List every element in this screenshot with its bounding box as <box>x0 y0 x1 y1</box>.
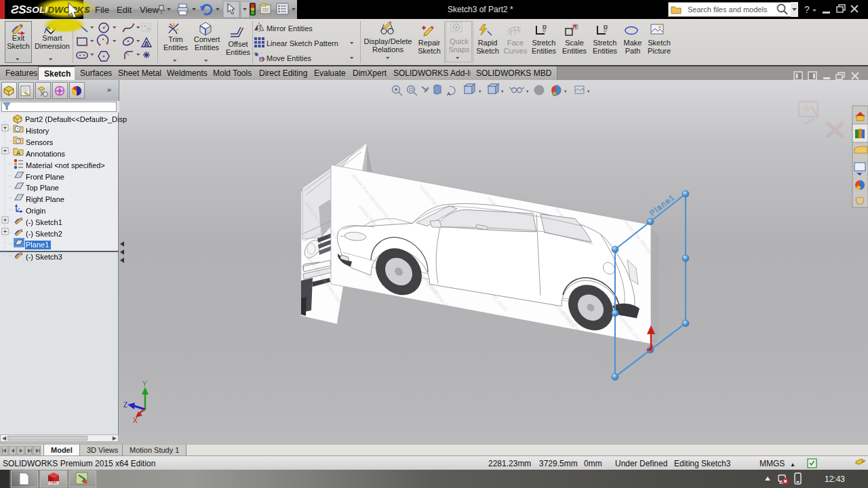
svg-text:SOLIDWORKS: SOLIDWORKS <box>26 5 90 15</box>
svg-text:A: A <box>16 150 21 157</box>
svg-text:?: ? <box>804 4 810 15</box>
svg-text:▾: ▾ <box>501 89 504 94</box>
svg-text:▾: ▾ <box>587 89 590 94</box>
svg-text:2015: 2015 <box>48 481 59 485</box>
svg-text:▾: ▾ <box>479 89 481 94</box>
svg-text:ƧS: ƧS <box>11 3 26 16</box>
svg-text:▾: ▾ <box>526 89 529 94</box>
svg-text:A: A <box>447 91 451 97</box>
svg-text:▾: ▾ <box>564 89 567 94</box>
svg-text:A: A <box>144 40 149 48</box>
svg-text:Y: Y <box>142 380 147 388</box>
